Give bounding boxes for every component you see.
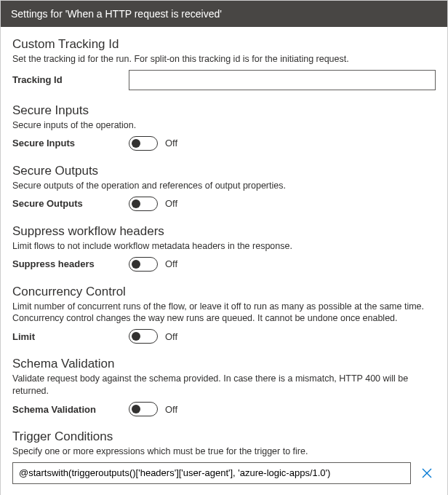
trigger-desc: Specify one or more expressions which mu… bbox=[12, 446, 436, 458]
secure-inputs-heading: Secure Inputs bbox=[12, 103, 436, 118]
secure-inputs-toggle[interactable] bbox=[129, 136, 158, 151]
secure-inputs-label: Secure Inputs bbox=[12, 138, 129, 148]
tracking-desc: Set the tracking id for the run. For spl… bbox=[12, 53, 436, 66]
secure-outputs-heading: Secure Outputs bbox=[12, 164, 436, 178]
concurrency-label: Limit bbox=[12, 331, 129, 342]
schema-label: Schema Validation bbox=[12, 404, 129, 415]
section-trigger-conditions: Trigger Conditions Specify one or more e… bbox=[12, 429, 436, 495]
tracking-label: Tracking Id bbox=[12, 74, 129, 85]
section-secure-inputs: Secure Inputs Secure inputs of the opera… bbox=[12, 103, 436, 151]
close-icon bbox=[421, 467, 433, 479]
suppress-label: Suppress headers bbox=[12, 258, 129, 269]
secure-outputs-desc: Secure outputs of the operation and refe… bbox=[12, 180, 436, 192]
suppress-heading: Suppress workflow headers bbox=[12, 224, 436, 239]
remove-condition-button[interactable] bbox=[418, 464, 436, 482]
secure-outputs-toggle[interactable] bbox=[129, 197, 158, 211]
section-concurrency: Concurrency Control Limit number of conc… bbox=[12, 285, 436, 344]
concurrency-heading: Concurrency Control bbox=[12, 285, 436, 299]
trigger-heading: Trigger Conditions bbox=[12, 429, 436, 444]
section-secure-outputs: Secure Outputs Secure outputs of the ope… bbox=[12, 164, 436, 211]
schema-heading: Schema Validation bbox=[12, 357, 436, 371]
section-tracking-id: Custom Tracking Id Set the tracking id f… bbox=[12, 37, 436, 90]
schema-validation-toggle[interactable] bbox=[129, 402, 158, 416]
concurrency-state: Off bbox=[165, 331, 177, 342]
secure-inputs-state: Off bbox=[165, 138, 177, 148]
trigger-condition-input[interactable] bbox=[12, 462, 411, 484]
schema-desc: Validate request body against the schema… bbox=[12, 373, 436, 397]
secure-inputs-desc: Secure inputs of the operation. bbox=[12, 119, 436, 132]
tracking-id-input[interactable] bbox=[129, 70, 436, 90]
suppress-headers-toggle[interactable] bbox=[129, 257, 158, 272]
panel-body: Custom Tracking Id Set the tracking id f… bbox=[1, 27, 447, 495]
secure-outputs-state: Off bbox=[165, 198, 177, 209]
panel-title: Settings for 'When a HTTP request is rec… bbox=[1, 1, 447, 27]
concurrency-desc: Limit number of concurrent runs of the f… bbox=[12, 301, 436, 325]
schema-state: Off bbox=[165, 404, 177, 415]
section-suppress-headers: Suppress workflow headers Limit flows to… bbox=[12, 224, 436, 272]
settings-panel: Settings for 'When a HTTP request is rec… bbox=[0, 0, 448, 495]
secure-outputs-label: Secure Outputs bbox=[12, 198, 129, 209]
tracking-heading: Custom Tracking Id bbox=[12, 37, 436, 52]
suppress-desc: Limit flows to not include workflow meta… bbox=[12, 240, 436, 253]
section-schema-validation: Schema Validation Validate request body … bbox=[12, 357, 436, 416]
suppress-state: Off bbox=[165, 258, 177, 269]
concurrency-toggle[interactable] bbox=[129, 329, 158, 344]
